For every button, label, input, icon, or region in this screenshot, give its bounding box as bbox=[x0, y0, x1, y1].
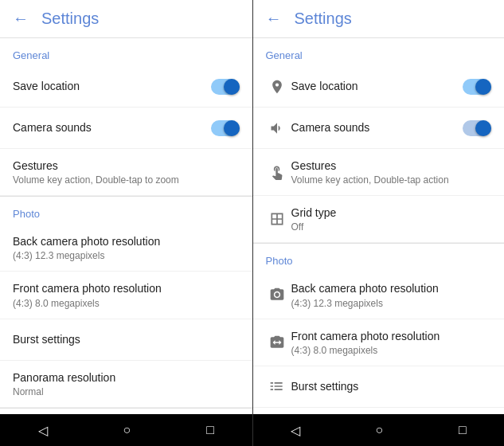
right-back-nav[interactable]: ◁ bbox=[291, 423, 300, 438]
save-location-toggle-right[interactable] bbox=[463, 79, 491, 95]
left-gestures[interactable]: Gestures Volume key action, Double-tap t… bbox=[0, 149, 252, 196]
left-gestures-subtitle: Volume key action, Double-tap to zoom bbox=[13, 174, 240, 186]
location-icon bbox=[266, 79, 288, 95]
right-section-general: General bbox=[253, 38, 505, 66]
left-panorama-title: Panorama resolution bbox=[13, 370, 240, 385]
right-back-camera-title: Back camera photo resolution bbox=[291, 281, 492, 295]
left-camera-sounds-title: Camera sounds bbox=[13, 120, 211, 135]
left-burst-title: Burst settings bbox=[13, 332, 240, 346]
right-gestures[interactable]: Gestures Volume key action, Double-tap a… bbox=[253, 149, 505, 196]
camera-back-icon bbox=[266, 287, 288, 303]
right-nav-bar: ◁ ○ □ bbox=[253, 414, 505, 446]
right-save-location[interactable]: Save location bbox=[253, 66, 505, 108]
right-front-camera-title: Front camera photo resolution bbox=[291, 329, 492, 343]
left-section-video: Video bbox=[0, 409, 252, 414]
left-nav-bar: ◁ ○ □ bbox=[0, 414, 252, 446]
right-burst-title: Burst settings bbox=[291, 379, 492, 393]
left-recents-nav[interactable]: □ bbox=[206, 423, 214, 437]
right-front-camera-res[interactable]: Front camera photo resolution (4:3) 8.0 … bbox=[253, 319, 505, 366]
right-burst-settings[interactable]: Burst settings bbox=[253, 366, 505, 408]
right-camera-sounds[interactable]: Camera sounds bbox=[253, 108, 505, 149]
right-back-button[interactable]: ← bbox=[266, 10, 282, 28]
left-back-camera-title: Back camera photo resolution bbox=[13, 234, 240, 248]
left-home-nav[interactable]: ○ bbox=[123, 423, 131, 437]
left-title: Settings bbox=[41, 10, 99, 28]
right-back-camera-res[interactable]: Back camera photo resolution (4:3) 12.3 … bbox=[253, 272, 505, 319]
right-recents-nav[interactable]: □ bbox=[459, 423, 467, 437]
left-save-location[interactable]: Save location bbox=[0, 66, 252, 108]
left-section-general: General bbox=[0, 38, 252, 66]
left-back-nav[interactable]: ◁ bbox=[38, 423, 48, 438]
right-save-location-title: Save location bbox=[291, 79, 463, 93]
left-gestures-title: Gestures bbox=[13, 158, 240, 173]
right-header: ← Settings bbox=[253, 0, 505, 38]
right-back-camera-subtitle: (4:3) 12.3 megapixels bbox=[291, 298, 492, 309]
right-grid-type-title: Grid type bbox=[291, 205, 492, 220]
right-panorama-res[interactable]: Panorama resolution Normal bbox=[253, 408, 505, 414]
camera-front-icon bbox=[266, 334, 288, 350]
left-header: ← Settings bbox=[0, 0, 252, 38]
right-grid-type-subtitle: Off bbox=[291, 221, 492, 233]
left-back-camera-res[interactable]: Back camera photo resolution (4:3) 12.3 … bbox=[0, 225, 252, 272]
right-camera-sounds-title: Camera sounds bbox=[291, 120, 463, 135]
left-front-camera-subtitle: (4:3) 8.0 megapixels bbox=[13, 298, 240, 309]
right-section-photo: Photo bbox=[253, 244, 505, 272]
left-panorama-res[interactable]: Panorama resolution Normal bbox=[0, 361, 252, 408]
camera-sounds-toggle-left[interactable] bbox=[211, 120, 240, 136]
sound-icon bbox=[266, 120, 288, 136]
grid-icon bbox=[266, 211, 288, 227]
save-location-toggle-left[interactable] bbox=[211, 79, 240, 95]
left-section-photo: Photo bbox=[0, 197, 252, 225]
right-title: Settings bbox=[295, 10, 352, 28]
left-back-camera-subtitle: (4:3) 12.3 megapixels bbox=[13, 250, 240, 261]
right-settings-list: General Save location Camera sounds bbox=[253, 38, 505, 414]
left-front-camera-res[interactable]: Front camera photo resolution (4:3) 8.0 … bbox=[0, 272, 252, 319]
right-front-camera-subtitle: (4:3) 8.0 megapixels bbox=[291, 345, 492, 356]
right-gestures-title: Gestures bbox=[291, 158, 492, 173]
left-back-button[interactable]: ← bbox=[13, 10, 29, 28]
right-grid-type[interactable]: Grid type Off bbox=[253, 196, 505, 243]
left-camera-sounds[interactable]: Camera sounds bbox=[0, 108, 252, 149]
left-panorama-subtitle: Normal bbox=[13, 386, 240, 397]
left-save-location-title: Save location bbox=[13, 79, 211, 93]
right-gestures-subtitle: Volume key action, Double-tap action bbox=[291, 174, 492, 186]
left-burst-settings[interactable]: Burst settings bbox=[0, 319, 252, 361]
left-front-camera-title: Front camera photo resolution bbox=[13, 281, 240, 295]
right-home-nav[interactable]: ○ bbox=[376, 423, 384, 437]
camera-sounds-toggle-right[interactable] bbox=[463, 120, 491, 136]
left-settings-list: General Save location Camera sounds bbox=[0, 38, 252, 414]
gesture-icon bbox=[266, 164, 288, 180]
burst-icon bbox=[266, 378, 288, 394]
